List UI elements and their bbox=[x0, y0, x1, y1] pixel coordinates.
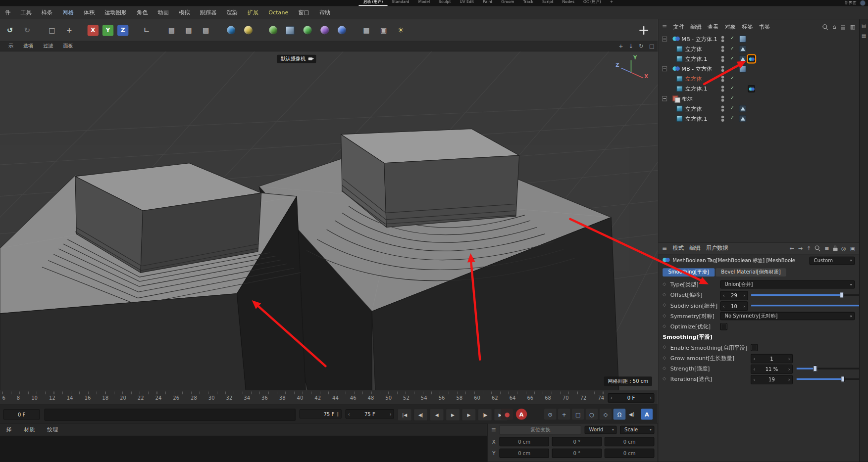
object-row[interactable]: MB - 立方体.1 bbox=[658, 34, 859, 44]
object-manager-menu-item[interactable]: 对象 bbox=[725, 23, 736, 31]
menu-item[interactable]: 体积 bbox=[79, 6, 100, 19]
history-forward-icon[interactable]: → bbox=[798, 245, 803, 251]
position-field[interactable]: 0 cm bbox=[499, 437, 549, 446]
attribute-tab[interactable]: Bevel Material[倒角材质] bbox=[715, 268, 786, 277]
timeline-ruler[interactable]: 6 8 10 12 14 16 18 20 22 24 26 28 bbox=[0, 390, 658, 404]
material-sphere-icon[interactable] bbox=[224, 24, 238, 37]
undo-icon[interactable]: ↺ bbox=[3, 24, 17, 37]
enable-check-icon[interactable] bbox=[730, 55, 734, 61]
prev-frame-button[interactable]: ◀ bbox=[430, 409, 444, 421]
attribute-tab[interactable]: Smoothing[平滑] bbox=[663, 268, 715, 277]
left-boolean-object[interactable] bbox=[0, 163, 306, 390]
expand-toggle-icon[interactable] bbox=[662, 66, 667, 71]
menu-item[interactable]: 件 bbox=[0, 6, 15, 19]
visibility-dots[interactable] bbox=[721, 46, 724, 53]
rotation-field[interactable]: 0 ° bbox=[552, 437, 602, 446]
subdivision-slider[interactable] bbox=[751, 302, 868, 309]
workspace-tab[interactable]: Groom bbox=[497, 0, 518, 6]
viewport-menu-item[interactable]: 选项 bbox=[18, 43, 38, 50]
strength-field[interactable]: 11 % bbox=[751, 365, 793, 374]
expand-toggle-icon[interactable] bbox=[662, 96, 667, 101]
menu-item[interactable]: 样条 bbox=[37, 6, 57, 19]
scale-field[interactable]: 0 cm bbox=[605, 437, 655, 446]
offset-slider[interactable] bbox=[751, 291, 868, 299]
meshboolean-tag-icon[interactable] bbox=[748, 85, 755, 92]
type-dropdown[interactable]: Union[合并] bbox=[720, 280, 855, 289]
object-row[interactable]: 立方体.1 bbox=[658, 84, 859, 94]
workspace-tab[interactable]: OC (用户) bbox=[579, 0, 606, 6]
coordinate-space-dropdown[interactable]: World bbox=[585, 425, 617, 434]
menu-item[interactable]: 窗口 bbox=[293, 6, 314, 19]
offset-field[interactable]: 29 bbox=[720, 291, 748, 300]
visibility-dots[interactable] bbox=[721, 36, 724, 43]
object-row[interactable]: 立方体 bbox=[658, 44, 859, 54]
frame-increment-arrow[interactable] bbox=[648, 395, 654, 401]
axis-gizmo[interactable]: Y X Z bbox=[614, 56, 650, 85]
range-decrement-arrow[interactable] bbox=[346, 411, 352, 416]
menu-item[interactable]: 角色 bbox=[132, 6, 153, 19]
prev-key-button[interactable]: ◀| bbox=[413, 409, 428, 421]
object-row[interactable]: 立方体.1 bbox=[658, 54, 859, 64]
coordinate-mode-dropdown[interactable]: Scale bbox=[620, 425, 654, 434]
rotation-field[interactable]: 0 ° bbox=[552, 449, 602, 458]
menu-item[interactable]: 跟踪器 bbox=[195, 6, 222, 19]
coord-system-icon[interactable]: ∟ bbox=[140, 24, 153, 37]
visibility-dots[interactable] bbox=[721, 115, 724, 123]
dolly-icon[interactable]: ↓ bbox=[629, 43, 633, 49]
current-frame-field[interactable]: 0 F bbox=[3, 409, 40, 419]
scale-field[interactable]: 0 cm bbox=[605, 449, 655, 458]
workspace-tab[interactable]: 启动 (用户) bbox=[358, 0, 387, 6]
menu-item[interactable]: 工具 bbox=[15, 6, 36, 19]
goto-start-button[interactable]: |◀ bbox=[398, 409, 412, 421]
object-manager-menu-item[interactable]: 文件 bbox=[673, 23, 684, 31]
workspace-tab[interactable]: Paint bbox=[478, 0, 497, 6]
slider-knob[interactable] bbox=[841, 376, 845, 382]
active-camera-label[interactable]: 默认摄像机 bbox=[277, 55, 316, 63]
popout-icon[interactable]: ▣ bbox=[850, 245, 856, 251]
orbit-icon[interactable]: ↻ bbox=[639, 43, 643, 49]
record-keyframe-button[interactable]: ● bbox=[501, 409, 513, 419]
autokey-button[interactable]: A bbox=[516, 409, 527, 419]
panel-options-icon[interactable]: ▥ bbox=[850, 24, 856, 30]
object-manager-menu-item[interactable]: 书签 bbox=[759, 23, 770, 31]
render-picture-viewer-icon[interactable]: ▤ bbox=[182, 24, 196, 37]
sound-toggle-icon[interactable]: ◀) bbox=[624, 409, 639, 419]
visibility-dots[interactable] bbox=[721, 75, 724, 83]
position-field[interactable]: 0 cm bbox=[499, 449, 549, 458]
attribute-manager-menu-item[interactable]: 用户数据 bbox=[706, 244, 728, 252]
manager-tab[interactable]: 材质 bbox=[18, 426, 41, 434]
keying-settings-icon[interactable]: ⊙ bbox=[544, 409, 557, 419]
axis-y-lock-icon[interactable]: Y bbox=[102, 25, 113, 36]
menu-item[interactable]: 网格 bbox=[57, 6, 78, 19]
workspace-tab[interactable]: Script bbox=[538, 0, 558, 6]
render-view-icon[interactable]: ▤ bbox=[165, 24, 178, 37]
object-row[interactable]: 立方体 bbox=[658, 104, 859, 114]
record-rotation-icon[interactable]: ○ bbox=[586, 409, 598, 419]
subdivision-field[interactable]: 10 bbox=[720, 301, 748, 311]
maximize-icon[interactable]: □ bbox=[649, 43, 655, 49]
iterations-field[interactable]: 19 bbox=[751, 375, 793, 384]
object-row[interactable]: 立方体 bbox=[658, 74, 859, 84]
menu-item[interactable]: 模拟 bbox=[174, 6, 195, 19]
deformer-icon[interactable] bbox=[318, 24, 331, 37]
workspace-tab[interactable]: Nodes bbox=[558, 0, 579, 6]
polygon-tag-icon[interactable] bbox=[739, 105, 747, 112]
record-position-icon[interactable]: + bbox=[558, 409, 570, 419]
phong-tag-icon[interactable] bbox=[739, 65, 747, 73]
select-tool-icon[interactable]: □ bbox=[46, 24, 59, 37]
search-icon[interactable] bbox=[822, 24, 828, 30]
enable-check-icon[interactable] bbox=[730, 105, 734, 110]
object-manager-menu-item[interactable]: 标签 bbox=[742, 23, 753, 31]
symmetry-dropdown[interactable]: No Symmetry[无对称] bbox=[720, 312, 855, 321]
target-mode-icon[interactable]: ◎ bbox=[841, 245, 846, 251]
enable-check-icon[interactable] bbox=[730, 115, 734, 121]
attribute-manager-menu-icon[interactable]: ≡ bbox=[662, 245, 667, 252]
search-icon[interactable] bbox=[815, 245, 820, 251]
home-icon[interactable]: ⌂ bbox=[832, 24, 836, 30]
phong-tag-icon[interactable] bbox=[739, 36, 747, 43]
reset-transform-button[interactable]: 复位变换 bbox=[500, 425, 581, 434]
play-button[interactable]: ▶ bbox=[446, 409, 460, 421]
render-settings-icon[interactable]: ▤ bbox=[199, 24, 212, 37]
workplane-icon[interactable]: ▣ bbox=[377, 24, 390, 37]
workspace-tab[interactable]: Sculpt bbox=[434, 0, 455, 6]
